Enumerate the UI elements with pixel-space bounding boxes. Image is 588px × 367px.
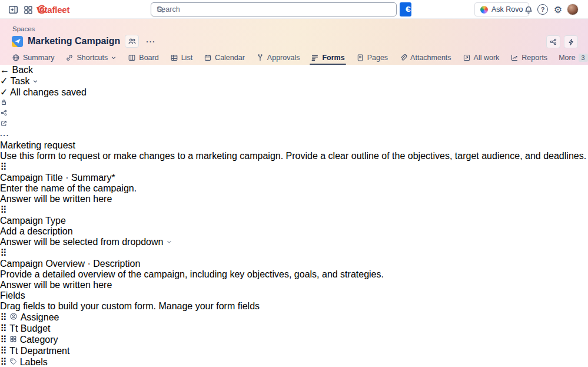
- share-icon: [0, 109, 8, 117]
- field-item-department[interactable]: ⠿ Tt Department: [0, 345, 588, 356]
- form-editor-canvas: ← Back ✓ Task ✓ All changes saved: [0, 65, 588, 367]
- settings-gear-icon[interactable]: ⚙: [552, 3, 564, 16]
- list-icon: [170, 54, 178, 62]
- tab-pages[interactable]: Pages: [356, 51, 388, 65]
- pages-icon: [356, 54, 364, 62]
- link-icon: [65, 54, 74, 62]
- form-field-campaign-title[interactable]: ⠿ Campaign Title · Summary* Enter the na…: [0, 161, 588, 204]
- notifications-bell-icon[interactable]: [523, 4, 534, 15]
- lock-access-button[interactable]: [0, 98, 588, 108]
- app-switcher-icon[interactable]: [22, 4, 34, 15]
- create-button[interactable]: + Create: [400, 2, 411, 16]
- lightning-icon: [567, 38, 575, 46]
- share-button[interactable]: [546, 35, 560, 48]
- help-icon[interactable]: ?: [537, 4, 548, 15]
- globe-icon: [12, 54, 20, 62]
- text-field-icon: Tt: [9, 323, 18, 333]
- field-label: Campaign Type: [0, 216, 588, 226]
- search-icon: [157, 6, 164, 14]
- tab-forms[interactable]: Forms: [311, 51, 344, 65]
- tab-all-work[interactable]: All work: [463, 51, 500, 65]
- form-description[interactable]: Use this form to request or make changes…: [0, 151, 588, 161]
- vitafleet-logo[interactable]: Vitafleet: [36, 3, 69, 16]
- chevron-down-icon: [111, 55, 117, 61]
- paperclip-icon: [399, 54, 407, 62]
- field-item-category[interactable]: ⠿ Category: [0, 334, 588, 345]
- tab-summary[interactable]: Summary: [12, 51, 54, 65]
- forms-icon: [311, 54, 319, 62]
- user-avatar[interactable]: [567, 4, 579, 15]
- field-item-assignee[interactable]: ⠿ Assignee: [0, 312, 588, 323]
- tab-reports[interactable]: Reports: [510, 51, 547, 65]
- issue-type-dropdown[interactable]: ✓ Task: [0, 75, 588, 87]
- back-button[interactable]: ← Back: [0, 65, 588, 75]
- project-icon: [12, 36, 23, 47]
- sidebar-toggle-icon[interactable]: [8, 4, 19, 15]
- field-description: Provide a detailed overview of the campa…: [0, 269, 588, 280]
- required-asterisk: *: [111, 173, 115, 183]
- field-description: Add a description: [0, 226, 588, 237]
- people-icon: [128, 37, 137, 46]
- save-status: ✓ All changes saved: [0, 87, 588, 98]
- breadcrumb[interactable]: Spaces: [12, 25, 35, 32]
- form-header-card: ✓ Task ✓ All changes saved: [0, 75, 588, 161]
- tab-calendar[interactable]: Calendar: [204, 51, 245, 65]
- share-icon: [549, 38, 557, 46]
- tab-shortcuts[interactable]: Shortcuts: [65, 51, 117, 65]
- project-header: Spaces Marketing Campaign ··· Summary: [0, 19, 588, 65]
- drag-handle-icon: ⠿: [0, 335, 7, 345]
- dropdown-answer-select[interactable]: Answer will be selected from dropdown: [0, 237, 588, 247]
- drag-handle-icon: ⠿: [0, 323, 7, 333]
- textarea-answer-input[interactable]: Answer will be written here: [0, 280, 588, 290]
- field-item-budget[interactable]: ⠿ Tt Budget: [0, 323, 588, 334]
- tab-attachments[interactable]: Attachments: [399, 51, 451, 65]
- fields-panel-description: Drag fields to build your custom form. M…: [0, 301, 588, 312]
- calendar-icon: [204, 54, 212, 62]
- chevron-down-icon: [32, 78, 38, 84]
- tab-approvals[interactable]: Approvals: [256, 51, 300, 65]
- open-external-icon: [0, 120, 8, 127]
- field-item-labels[interactable]: ⠿ Labels: [0, 356, 588, 367]
- page-title: Marketing Campaign: [28, 36, 120, 47]
- assignee-icon: [9, 312, 18, 320]
- form-field-campaign-overview[interactable]: ⠿ Campaign Overview · Description Provid…: [0, 247, 588, 290]
- lock-icon: [0, 98, 8, 106]
- tab-more[interactable]: More 3: [559, 51, 588, 65]
- drag-handle-icon[interactable]: ⠿: [0, 205, 7, 215]
- project-members-button[interactable]: [125, 35, 139, 48]
- top-navbar: Vitafleet Search + Create Ask Rovo ? ⚙: [0, 0, 588, 19]
- board-icon: [128, 54, 136, 62]
- tab-board[interactable]: Board: [128, 51, 158, 65]
- manage-form-fields-link[interactable]: Manage your form fields: [158, 301, 260, 311]
- share-form-button[interactable]: [0, 108, 588, 119]
- fields-panel: Fields Drag fields to build your custom …: [0, 290, 588, 367]
- rovo-icon: [480, 6, 488, 14]
- reports-icon: [510, 54, 519, 62]
- text-answer-input[interactable]: Answer will be written here: [0, 194, 588, 204]
- form-title[interactable]: Marketing request: [0, 140, 588, 151]
- approvals-icon: [256, 54, 264, 62]
- automation-button[interactable]: [564, 35, 578, 48]
- form-more-button[interactable]: ···: [0, 130, 588, 140]
- form-field-campaign-type[interactable]: ⠿ Campaign Type Add a description Answer…: [0, 204, 588, 247]
- open-form-button[interactable]: [0, 119, 588, 130]
- drag-handle-icon[interactable]: ⠿: [0, 248, 7, 258]
- project-tabs: Summary Shortcuts Board List Calendar: [12, 51, 588, 65]
- field-label: Campaign Overview · Description: [0, 259, 588, 269]
- project-more-button[interactable]: ···: [144, 35, 158, 48]
- chevron-down-icon: [166, 239, 172, 245]
- field-label: Campaign Title · Summary*: [0, 173, 588, 183]
- fields-panel-title: Fields: [0, 290, 588, 301]
- ask-rovo-button[interactable]: Ask Rovo: [474, 2, 529, 16]
- drag-handle-icon[interactable]: ⠿: [0, 162, 7, 172]
- category-icon: [9, 335, 17, 343]
- tag-icon: [9, 358, 17, 365]
- drag-handle-icon: ⠿: [0, 312, 7, 322]
- search-input[interactable]: Search: [151, 2, 397, 16]
- arrow-left-icon: ←: [0, 65, 9, 75]
- vitafleet-logo-icon: [36, 4, 47, 15]
- more-count-badge: 3: [579, 54, 588, 62]
- app-window: Vitafleet Search + Create Ask Rovo ? ⚙ S…: [0, 0, 588, 367]
- tab-list[interactable]: List: [170, 51, 192, 65]
- paper-plane-icon: [14, 38, 21, 45]
